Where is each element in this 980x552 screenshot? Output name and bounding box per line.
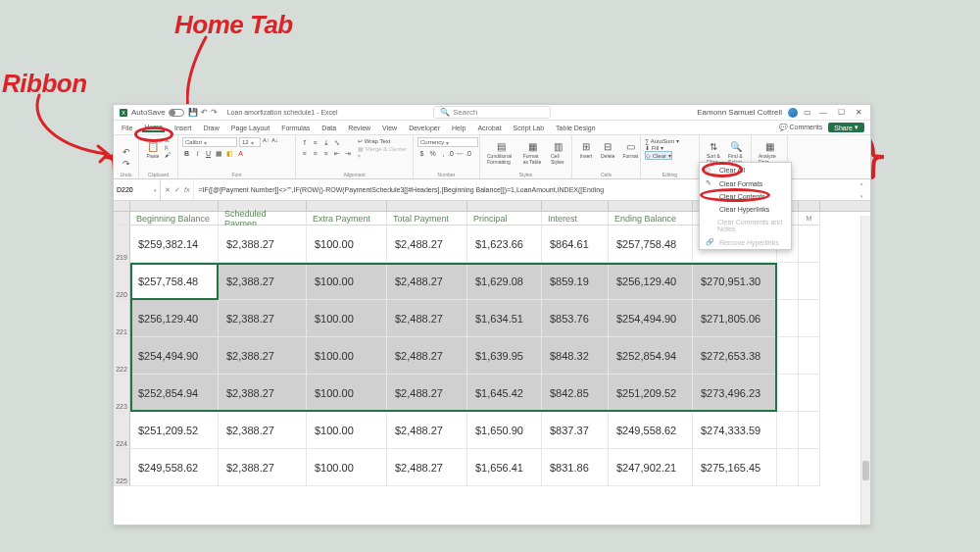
formula-expand-down[interactable]: ▾ xyxy=(860,193,870,199)
cell[interactable] xyxy=(799,449,820,486)
cell[interactable] xyxy=(799,337,820,375)
cell[interactable]: $274,333.59 xyxy=(693,412,777,449)
save-icon[interactable]: 💾 xyxy=(188,108,198,117)
cell[interactable]: $2,488.27 xyxy=(387,263,467,300)
orientation-icon[interactable]: ⤡ xyxy=(332,138,341,147)
undo-qat-icon[interactable]: ↶ xyxy=(201,108,208,117)
font-size-select[interactable]: 12▾ xyxy=(239,137,261,147)
format-cells-button[interactable]: ▭Format xyxy=(619,137,641,161)
row-header[interactable]: 219 xyxy=(114,226,130,263)
align-center-icon[interactable]: ≡ xyxy=(311,149,319,158)
tab-insert[interactable]: Insert xyxy=(172,124,194,132)
wrap-text-button[interactable]: ↩ Wrap Text xyxy=(358,137,409,144)
copy-icon[interactable]: ⎘ xyxy=(165,145,171,151)
cell[interactable]: $848.32 xyxy=(542,337,609,375)
cell[interactable] xyxy=(799,375,820,412)
cell[interactable]: $249,558.62 xyxy=(609,412,693,449)
cell[interactable]: $257,758.48 xyxy=(130,263,219,300)
enter-formula-icon[interactable]: ✓ xyxy=(174,186,180,194)
close-button[interactable]: ✕ xyxy=(853,108,864,117)
cell[interactable]: $251,209.52 xyxy=(609,375,693,412)
align-top-icon[interactable]: ⤒ xyxy=(300,138,309,147)
tab-acrobat[interactable]: Acrobat xyxy=(475,124,503,132)
cell[interactable]: $1,645.42 xyxy=(467,375,542,412)
cell[interactable]: $853.76 xyxy=(542,300,609,337)
cell[interactable]: $842.85 xyxy=(542,375,609,412)
increase-decimal-icon[interactable]: .0→ xyxy=(450,149,459,158)
minimize-button[interactable]: — xyxy=(817,108,829,117)
username[interactable]: Eamonn Samuel Cottrell xyxy=(697,108,782,117)
cell[interactable]: $2,388.27 xyxy=(219,337,307,375)
cell[interactable]: $2,388.27 xyxy=(219,226,307,263)
cell[interactable]: $271,805.06 xyxy=(693,300,777,337)
cell[interactable]: $270,951.30 xyxy=(693,263,777,300)
comma-icon[interactable]: , xyxy=(439,149,448,158)
cell[interactable]: $275,165.45 xyxy=(693,449,777,486)
tab-script-lab[interactable]: Script Lab xyxy=(512,124,547,132)
cell[interactable]: $2,388.27 xyxy=(219,412,307,449)
cell-styles-button[interactable]: ▥Cell Styles xyxy=(548,137,567,167)
format-painter-icon[interactable]: 🖌 xyxy=(165,152,171,158)
cell[interactable]: $2,488.27 xyxy=(387,226,467,263)
italic-icon[interactable]: I xyxy=(193,149,202,158)
clear-contents-item[interactable]: Clear Contents xyxy=(700,190,791,203)
align-bottom-icon[interactable]: ⤓ xyxy=(321,138,330,147)
tab-page-layout[interactable]: Page Layout xyxy=(229,124,271,132)
conditional-formatting-button[interactable]: ▤Conditional Formatting xyxy=(484,137,518,167)
cell[interactable]: $864.61 xyxy=(542,226,609,263)
border-icon[interactable]: ▦ xyxy=(215,149,223,158)
format-as-table-button[interactable]: ▦Format as Table xyxy=(520,137,546,167)
cell[interactable]: $256,129.40 xyxy=(130,300,219,337)
fill-color-icon[interactable]: ◧ xyxy=(225,149,234,158)
cell[interactable]: $247,902.21 xyxy=(609,449,693,486)
increase-font-icon[interactable]: A↑ xyxy=(263,137,270,147)
indent-dec-icon[interactable]: ⇤ xyxy=(332,149,341,158)
font-color-icon[interactable]: A xyxy=(236,149,245,158)
column-header[interactable]: Principal xyxy=(467,212,542,226)
currency-icon[interactable]: $ xyxy=(417,149,426,158)
decrease-decimal-icon[interactable]: ←.0 xyxy=(461,149,469,158)
row-header[interactable]: 222 xyxy=(114,337,130,375)
cell[interactable]: $100.00 xyxy=(307,337,387,375)
redo-qat-icon[interactable]: ↷ xyxy=(211,108,218,117)
tab-formulas[interactable]: Formulas xyxy=(279,124,312,132)
cell[interactable]: $252,854.94 xyxy=(130,375,219,412)
cell[interactable] xyxy=(777,263,799,300)
cell[interactable]: $254,494.90 xyxy=(609,300,693,337)
paste-button[interactable]: 📋 Paste xyxy=(143,137,163,161)
cell[interactable]: $1,650.90 xyxy=(467,412,542,449)
align-left-icon[interactable]: ≡ xyxy=(300,149,309,158)
row-header[interactable]: 223 xyxy=(114,375,130,412)
cancel-formula-icon[interactable]: ✕ xyxy=(165,186,171,194)
tab-developer[interactable]: Developer xyxy=(407,124,442,132)
cell[interactable] xyxy=(777,375,799,412)
cell[interactable]: $1,634.51 xyxy=(467,300,542,337)
cell[interactable] xyxy=(799,412,820,449)
decrease-font-icon[interactable]: A↓ xyxy=(271,137,278,147)
cell[interactable]: $2,388.27 xyxy=(219,263,307,300)
delete-cells-button[interactable]: ⊟Delete xyxy=(598,137,617,161)
cell[interactable]: $831.86 xyxy=(542,449,609,486)
tab-help[interactable]: Help xyxy=(450,124,467,132)
cell[interactable]: $249,558.62 xyxy=(130,449,219,486)
align-middle-icon[interactable]: ≡ xyxy=(311,138,319,147)
cell[interactable] xyxy=(799,300,820,337)
tab-home[interactable]: Home xyxy=(142,123,165,132)
font-name-select[interactable]: Calibri▾ xyxy=(182,137,237,147)
cell[interactable]: $2,488.27 xyxy=(387,412,467,449)
cut-icon[interactable]: ✂ xyxy=(165,137,171,144)
underline-icon[interactable]: U xyxy=(204,149,213,158)
undo-icon[interactable]: ↶ xyxy=(122,147,130,157)
clear-all-item[interactable]: ◇Clear All xyxy=(700,163,791,176)
cell[interactable]: $254,494.90 xyxy=(130,337,219,375)
cell[interactable]: $859.19 xyxy=(542,263,609,300)
formula-expand-up[interactable]: ▴ xyxy=(860,180,870,186)
row-header[interactable]: 225 xyxy=(114,449,130,486)
name-box[interactable]: D220 ▾ xyxy=(114,179,161,200)
cell[interactable]: $252,854.94 xyxy=(609,337,693,375)
tab-table-design[interactable]: Table Design xyxy=(554,124,597,132)
cell[interactable]: $259,382.14 xyxy=(130,226,219,263)
share-button[interactable]: Share ▾ xyxy=(828,123,864,132)
tab-review[interactable]: Review xyxy=(346,124,372,132)
row-header[interactable]: 220 xyxy=(114,263,130,300)
